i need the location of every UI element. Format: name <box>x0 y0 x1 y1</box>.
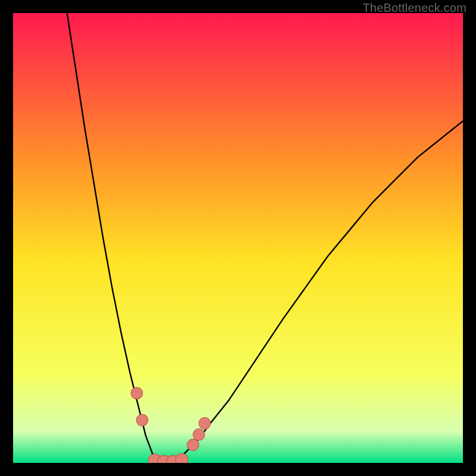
curve-marker <box>187 439 199 451</box>
curve-marker <box>193 429 205 441</box>
curve-marker <box>199 418 211 430</box>
curve-marker <box>136 414 148 426</box>
curve-marker <box>176 453 188 463</box>
gradient-background <box>13 13 463 463</box>
bottleneck-chart <box>13 13 463 463</box>
curve-marker <box>131 387 143 399</box>
